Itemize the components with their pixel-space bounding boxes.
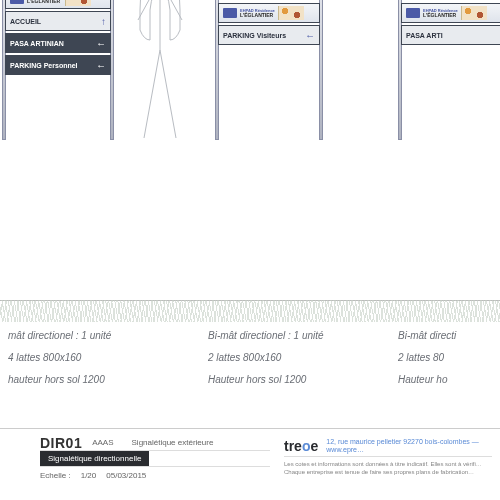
caption-title: Bi-mât directi	[398, 328, 500, 344]
caption-line: Hauteur hors sol 1200	[208, 372, 368, 388]
logo-icon	[10, 0, 24, 4]
arrow-up-icon: ↑	[101, 16, 106, 27]
slat-label: PARKING Personnel	[10, 62, 78, 69]
project-name: Signalétique extérieure	[132, 438, 214, 447]
scale-value: 1/20	[81, 471, 97, 480]
slat-pasa-crop: PASA ARTI	[401, 25, 500, 45]
caption-line: 2 lattes 80	[398, 350, 500, 366]
arrow-left-icon: ←	[305, 30, 315, 41]
sign-1-slats: EHPAD Résidence L'ÉGLANTIER ACCUEIL ↑ PA…	[5, 0, 111, 75]
header-artwork	[65, 0, 91, 6]
slat-header: EHPAD Résidence L'ÉGLANTIER	[401, 3, 500, 23]
title-block-right: treoe 12, rue maurice pelletier 92270 bo…	[284, 435, 492, 477]
drawing-code: DIR01	[40, 435, 82, 451]
header-artwork	[278, 6, 304, 20]
sign-2: EHPAD Résidence L'ÉGLANTIER PARKING Visi…	[215, 0, 323, 140]
header-artwork	[461, 6, 487, 20]
title-block-left: DIR01 AAAS Signalétique extérieure Signa…	[40, 435, 270, 483]
agency-address: 12, rue maurice pelletier 92270 bois-col…	[326, 438, 492, 453]
slat-parking-visiteurs: PARKING Visiteurs ←	[218, 25, 320, 45]
agency-logo: treoe	[284, 438, 318, 454]
header-line2: L'ÉGLANTIER	[240, 13, 275, 18]
logo-icon	[223, 8, 237, 18]
grass-texture	[0, 300, 500, 322]
caption-line: 2 lattes 800x160	[208, 350, 368, 366]
slat-parking-personnel: PARKING Personnel ←	[5, 55, 111, 75]
client-code: AAAS	[92, 438, 113, 447]
slat-label: PARKING Visiteurs	[223, 32, 286, 39]
slat-accueil: ACCUEIL ↑	[5, 11, 111, 31]
slat-label: ACCUEIL	[10, 18, 41, 25]
sign-3-slats: EHPAD Résidence L'ÉGLANTIER PASA ARTI	[401, 3, 500, 45]
arrow-left-icon: ←	[96, 60, 106, 71]
caption-title: Bi-mât directionel : 1 unité	[208, 328, 368, 344]
caption-line: 4 lattes 800x160	[8, 350, 168, 366]
arrow-left-icon: ←	[96, 38, 106, 49]
caption-2: Bi-mât directionel : 1 unité 2 lattes 80…	[208, 328, 368, 394]
header-line2: L'ÉGLANTIER	[423, 13, 458, 18]
page: EHPAD Résidence L'ÉGLANTIER ACCUEIL ↑ PA…	[0, 0, 500, 500]
slat-pasa: PASA ARTINIAN ←	[5, 33, 111, 53]
sign-1: EHPAD Résidence L'ÉGLANTIER ACCUEIL ↑ PA…	[2, 0, 114, 140]
title-block: DIR01 AAAS Signalétique extérieure Signa…	[0, 428, 500, 500]
slat-label: PASA ARTI	[406, 32, 443, 39]
scale-label: Echelle :	[40, 471, 71, 480]
caption-title: mât directionel : 1 unité	[8, 328, 168, 344]
caption-line: hauteur hors sol 1200	[8, 372, 168, 388]
scene: EHPAD Résidence L'ÉGLANTIER ACCUEIL ↑ PA…	[0, 0, 500, 320]
date: 05/03/2015	[106, 471, 146, 480]
caption-line: Hauteur ho	[398, 372, 500, 388]
header-line2: L'ÉGLANTIER	[27, 0, 62, 4]
slat-header: EHPAD Résidence L'ÉGLANTIER	[218, 3, 320, 23]
human-silhouette	[130, 0, 190, 140]
slat-header: EHPAD Résidence L'ÉGLANTIER	[5, 0, 111, 9]
sign-2-slats: EHPAD Résidence L'ÉGLANTIER PARKING Visi…	[218, 3, 320, 45]
caption-3: Bi-mât directi 2 lattes 80 Hauteur ho	[398, 328, 500, 394]
sign-3: EHPAD Résidence L'ÉGLANTIER PASA ARTI	[398, 0, 500, 140]
logo-icon	[406, 8, 420, 18]
caption-1: mât directionel : 1 unité 4 lattes 800x1…	[8, 328, 168, 394]
drawing-title: Signalétique directionnelle	[40, 451, 149, 466]
meta-row: Echelle : 1/20 05/03/2015	[40, 467, 270, 483]
fine-print: Les cotes et informations sont données à…	[284, 457, 492, 477]
slat-label: PASA ARTINIAN	[10, 40, 64, 47]
